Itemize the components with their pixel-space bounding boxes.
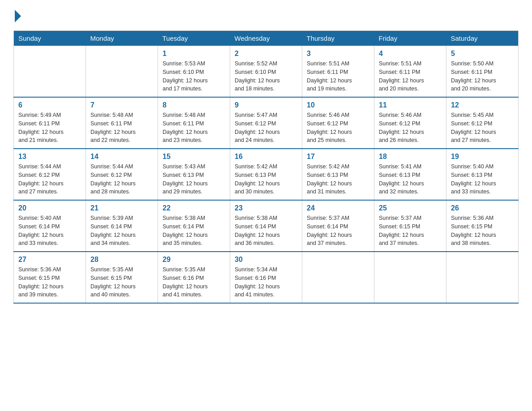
week-row-3: 13Sunrise: 5:44 AM Sunset: 6:12 PM Dayli… [14,149,519,200]
calendar-cell: 6Sunrise: 5:49 AM Sunset: 6:11 PM Daylig… [14,97,86,149]
day-number: 7 [90,101,153,109]
day-info: Sunrise: 5:42 AM Sunset: 6:13 PM Dayligh… [307,163,369,196]
day-info: Sunrise: 5:37 AM Sunset: 6:14 PM Dayligh… [307,214,369,248]
day-info: Sunrise: 5:36 AM Sunset: 6:15 PM Dayligh… [451,214,514,248]
day-number: 21 [90,204,153,212]
calendar-cell: 3Sunrise: 5:51 AM Sunset: 6:11 PM Daylig… [302,46,374,98]
day-number: 2 [235,50,297,58]
calendar-cell: 28Sunrise: 5:35 AM Sunset: 6:15 PM Dayli… [86,252,158,303]
day-number: 10 [307,101,369,109]
day-info: Sunrise: 5:37 AM Sunset: 6:15 PM Dayligh… [379,214,442,248]
week-row-5: 27Sunrise: 5:36 AM Sunset: 6:15 PM Dayli… [14,252,519,303]
day-number: 17 [307,153,369,161]
calendar-cell: 4Sunrise: 5:51 AM Sunset: 6:11 PM Daylig… [374,46,446,98]
week-row-4: 20Sunrise: 5:40 AM Sunset: 6:14 PM Dayli… [14,200,519,252]
day-info: Sunrise: 5:35 AM Sunset: 6:15 PM Dayligh… [90,265,153,299]
calendar-cell: 22Sunrise: 5:38 AM Sunset: 6:14 PM Dayli… [158,200,230,252]
day-number: 14 [90,153,153,161]
weekday-header-tuesday: Tuesday [158,31,230,46]
day-number: 23 [235,204,297,212]
day-number: 13 [18,153,81,161]
day-number: 5 [451,50,514,58]
day-number: 26 [451,204,514,212]
weekday-header-thursday: Thursday [302,31,374,46]
calendar-cell [14,46,86,98]
weekday-header-row: SundayMondayTuesdayWednesdayThursdayFrid… [14,31,519,46]
day-number: 24 [307,204,369,212]
calendar-cell: 24Sunrise: 5:37 AM Sunset: 6:14 PM Dayli… [302,200,374,252]
calendar-cell: 10Sunrise: 5:46 AM Sunset: 6:12 PM Dayli… [302,97,374,149]
weekday-header-wednesday: Wednesday [230,31,302,46]
day-number: 25 [379,204,442,212]
calendar-cell: 5Sunrise: 5:50 AM Sunset: 6:11 PM Daylig… [446,46,519,98]
day-info: Sunrise: 5:46 AM Sunset: 6:12 PM Dayligh… [307,111,369,145]
logo-arrow-icon [15,10,21,22]
calendar-cell: 26Sunrise: 5:36 AM Sunset: 6:15 PM Dayli… [446,200,519,252]
day-info: Sunrise: 5:51 AM Sunset: 6:11 PM Dayligh… [379,60,442,93]
day-info: Sunrise: 5:35 AM Sunset: 6:16 PM Dayligh… [163,265,225,299]
week-row-2: 6Sunrise: 5:49 AM Sunset: 6:11 PM Daylig… [14,97,519,149]
calendar-cell: 29Sunrise: 5:35 AM Sunset: 6:16 PM Dayli… [158,252,230,303]
day-number: 11 [379,101,442,109]
calendar-cell: 27Sunrise: 5:36 AM Sunset: 6:15 PM Dayli… [14,252,86,303]
calendar-cell: 15Sunrise: 5:43 AM Sunset: 6:13 PM Dayli… [158,149,230,200]
day-info: Sunrise: 5:49 AM Sunset: 6:11 PM Dayligh… [18,111,81,145]
calendar-cell: 18Sunrise: 5:41 AM Sunset: 6:13 PM Dayli… [374,149,446,200]
day-number: 19 [451,153,514,161]
day-info: Sunrise: 5:34 AM Sunset: 6:16 PM Dayligh… [235,265,297,299]
day-number: 15 [163,153,225,161]
calendar-cell: 17Sunrise: 5:42 AM Sunset: 6:13 PM Dayli… [302,149,374,200]
calendar-cell: 7Sunrise: 5:48 AM Sunset: 6:11 PM Daylig… [86,97,158,149]
day-info: Sunrise: 5:38 AM Sunset: 6:14 PM Dayligh… [235,214,297,248]
calendar-cell: 25Sunrise: 5:37 AM Sunset: 6:15 PM Dayli… [374,200,446,252]
day-info: Sunrise: 5:48 AM Sunset: 6:11 PM Dayligh… [90,111,153,145]
calendar-cell: 12Sunrise: 5:45 AM Sunset: 6:12 PM Dayli… [446,97,519,149]
calendar-cell: 21Sunrise: 5:39 AM Sunset: 6:14 PM Dayli… [86,200,158,252]
day-number: 9 [235,101,297,109]
day-info: Sunrise: 5:45 AM Sunset: 6:12 PM Dayligh… [451,111,514,145]
calendar-cell: 16Sunrise: 5:42 AM Sunset: 6:13 PM Dayli… [230,149,302,200]
day-number: 30 [235,256,297,264]
weekday-header-saturday: Saturday [446,31,519,46]
day-info: Sunrise: 5:48 AM Sunset: 6:11 PM Dayligh… [163,111,225,145]
day-number: 18 [379,153,442,161]
day-info: Sunrise: 5:50 AM Sunset: 6:11 PM Dayligh… [451,60,514,93]
week-row-1: 1Sunrise: 5:53 AM Sunset: 6:10 PM Daylig… [14,46,519,98]
calendar-cell [446,252,519,303]
calendar-cell [86,46,158,98]
calendar-table: SundayMondayTuesdayWednesdayThursdayFrid… [13,30,519,304]
logo [13,9,21,21]
day-info: Sunrise: 5:46 AM Sunset: 6:12 PM Dayligh… [379,111,442,145]
day-number: 3 [307,50,369,58]
day-number: 4 [379,50,442,58]
day-number: 22 [163,204,225,212]
day-info: Sunrise: 5:53 AM Sunset: 6:10 PM Dayligh… [163,60,225,93]
day-number: 29 [163,256,225,264]
day-number: 12 [451,101,514,109]
day-number: 20 [18,204,81,212]
day-number: 28 [90,256,153,264]
day-info: Sunrise: 5:40 AM Sunset: 6:13 PM Dayligh… [451,163,514,196]
day-info: Sunrise: 5:39 AM Sunset: 6:14 PM Dayligh… [90,214,153,248]
calendar-cell: 11Sunrise: 5:46 AM Sunset: 6:12 PM Dayli… [374,97,446,149]
day-number: 8 [163,101,225,109]
weekday-header-friday: Friday [374,31,446,46]
day-number: 1 [163,50,225,58]
calendar-cell: 9Sunrise: 5:47 AM Sunset: 6:12 PM Daylig… [230,97,302,149]
day-info: Sunrise: 5:38 AM Sunset: 6:14 PM Dayligh… [163,214,225,248]
day-info: Sunrise: 5:47 AM Sunset: 6:12 PM Dayligh… [235,111,297,145]
calendar-cell [374,252,446,303]
calendar-cell: 13Sunrise: 5:44 AM Sunset: 6:12 PM Dayli… [14,149,86,200]
day-info: Sunrise: 5:44 AM Sunset: 6:12 PM Dayligh… [90,163,153,196]
day-info: Sunrise: 5:41 AM Sunset: 6:13 PM Dayligh… [379,163,442,196]
day-info: Sunrise: 5:43 AM Sunset: 6:13 PM Dayligh… [163,163,225,196]
day-info: Sunrise: 5:52 AM Sunset: 6:10 PM Dayligh… [235,60,297,93]
calendar-cell: 2Sunrise: 5:52 AM Sunset: 6:10 PM Daylig… [230,46,302,98]
calendar-cell: 20Sunrise: 5:40 AM Sunset: 6:14 PM Dayli… [14,200,86,252]
weekday-header-sunday: Sunday [14,31,86,46]
calendar-cell: 8Sunrise: 5:48 AM Sunset: 6:11 PM Daylig… [158,97,230,149]
calendar-cell: 14Sunrise: 5:44 AM Sunset: 6:12 PM Dayli… [86,149,158,200]
day-info: Sunrise: 5:40 AM Sunset: 6:14 PM Dayligh… [18,214,81,248]
day-info: Sunrise: 5:36 AM Sunset: 6:15 PM Dayligh… [18,265,81,299]
calendar-cell: 19Sunrise: 5:40 AM Sunset: 6:13 PM Dayli… [446,149,519,200]
